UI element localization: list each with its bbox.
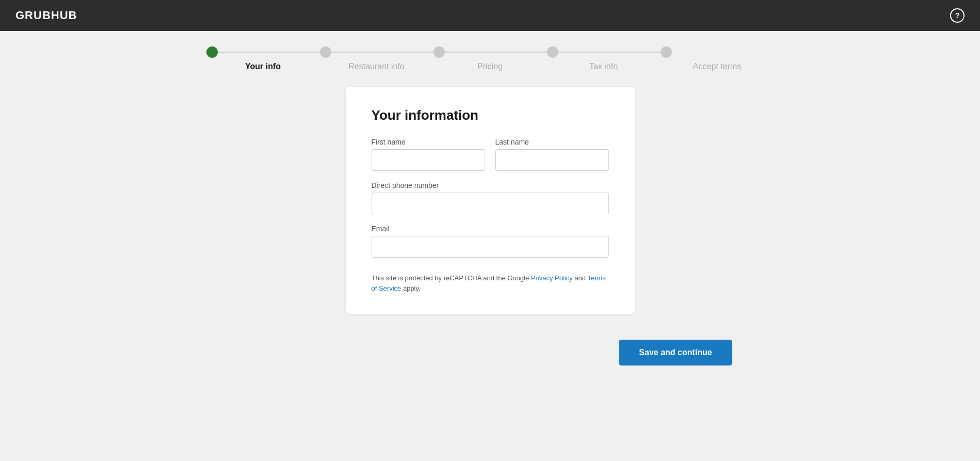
- step-circle-4: [547, 46, 558, 58]
- progress-container: Your info Restaurant info Pricing Tax: [0, 31, 980, 82]
- last-name-label: Last name: [495, 138, 609, 146]
- step-label-4: Tax info: [589, 62, 618, 71]
- step-tax-info: Tax info: [547, 46, 661, 71]
- form-card-wrapper: Your information First name Last name Di…: [0, 82, 980, 329]
- step-accept-terms: Accept terms: [661, 46, 774, 71]
- step-circle-1: [206, 46, 218, 58]
- help-button[interactable]: ?: [950, 8, 965, 23]
- last-name-input[interactable]: [495, 149, 609, 171]
- recaptcha-notice: This site is protected by reCAPTCHA and …: [372, 273, 609, 293]
- email-label: Email: [372, 225, 609, 233]
- step-line-3: [445, 52, 547, 53]
- form-card: Your information First name Last name Di…: [346, 87, 635, 314]
- privacy-policy-link[interactable]: Privacy Policy: [531, 274, 573, 282]
- last-name-group: Last name: [495, 138, 609, 171]
- step-label-3: Pricing: [477, 62, 503, 71]
- phone-input[interactable]: [372, 193, 609, 214]
- phone-group: Direct phone number: [372, 181, 609, 214]
- step-label-2: Restaurant info: [348, 62, 405, 71]
- phone-label: Direct phone number: [372, 181, 609, 189]
- phone-row: Direct phone number: [372, 181, 609, 214]
- header: GRUBHUB ?: [0, 0, 980, 31]
- save-continue-button[interactable]: Save and continue: [619, 340, 732, 365]
- recaptcha-text-2: and: [573, 274, 588, 282]
- form-title: Your information: [372, 107, 609, 123]
- step-line-4: [558, 52, 661, 53]
- button-area: Save and continue: [0, 329, 980, 376]
- step-pricing: Pricing: [433, 46, 547, 71]
- first-name-label: First name: [372, 138, 485, 146]
- recaptcha-text-1: This site is protected by reCAPTCHA and …: [372, 274, 531, 282]
- name-row: First name Last name: [372, 138, 609, 171]
- step-circle-3: [433, 46, 445, 58]
- step-circle-2: [320, 46, 331, 58]
- step-label-5: Accept terms: [693, 62, 741, 71]
- step-line-2: [331, 52, 433, 53]
- step-your-info: Your info: [206, 46, 320, 71]
- email-row: Email: [372, 225, 609, 258]
- step-circle-5: [661, 46, 672, 58]
- step-label-1: Your info: [245, 62, 281, 71]
- grubhub-logo: GRUBHUB: [15, 9, 77, 22]
- step-line-1: [218, 52, 320, 53]
- progress-steps: Your info Restaurant info Pricing Tax: [206, 46, 774, 71]
- first-name-input[interactable]: [372, 149, 485, 171]
- email-group: Email: [372, 225, 609, 258]
- email-input[interactable]: [372, 236, 609, 258]
- step-restaurant-info: Restaurant info: [320, 46, 433, 71]
- recaptcha-text-3: apply.: [401, 284, 420, 292]
- first-name-group: First name: [372, 138, 485, 171]
